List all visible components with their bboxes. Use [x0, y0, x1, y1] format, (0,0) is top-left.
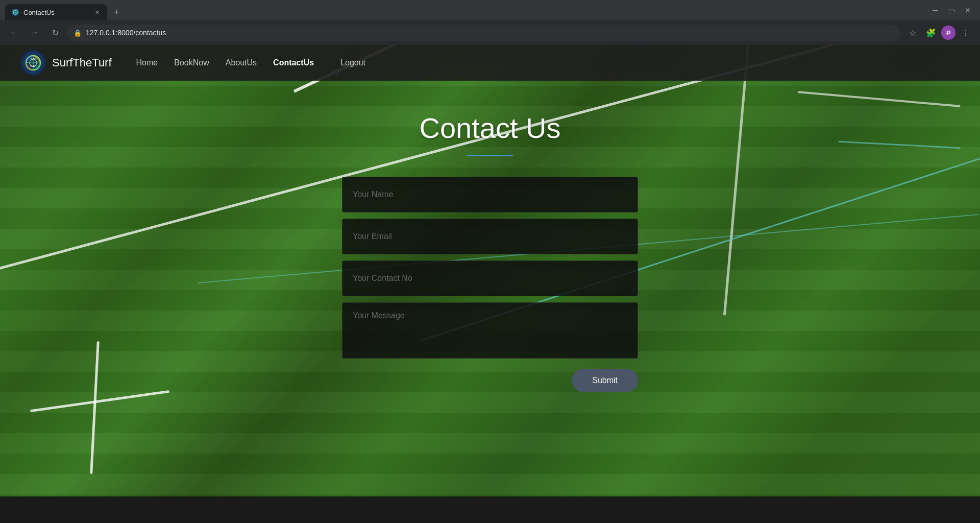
- navbar-nav: Home BookNow AboutUs ContactUs Logout: [130, 54, 372, 72]
- name-input[interactable]: [342, 177, 638, 212]
- main-section: Contact Us Submit: [0, 81, 980, 433]
- page-title: Contact Us: [420, 111, 561, 145]
- page-wrapper: SURF TURF SurfTheTurf Home BookNow About…: [0, 45, 980, 496]
- logo-svg: SURF TURF: [22, 52, 44, 74]
- new-tab-button[interactable]: +: [109, 5, 124, 19]
- browser-toolbar: ← → ↻ 🔒 127.0.0.1:8000/contactus ☆ 🧩 P ⋮: [0, 20, 980, 45]
- page-content: SURF TURF SurfTheTurf Home BookNow About…: [0, 45, 980, 433]
- nav-logout[interactable]: Logout: [334, 54, 372, 72]
- submit-button[interactable]: Submit: [572, 369, 638, 392]
- nav-contactus[interactable]: ContactUs: [267, 54, 320, 72]
- url-text: 127.0.0.1:8000/contactus: [86, 29, 894, 37]
- address-bar[interactable]: 🔒 127.0.0.1:8000/contactus: [67, 25, 900, 41]
- nav-booknow[interactable]: BookNow: [168, 54, 215, 72]
- tab-label: ContactUs: [23, 9, 89, 16]
- extensions-button[interactable]: 🧩: [923, 25, 939, 41]
- minimize-button[interactable]: ─: [928, 3, 942, 17]
- tab-close-button[interactable]: ✕: [93, 8, 101, 16]
- tab-favicon: [11, 8, 19, 16]
- contact-input[interactable]: [342, 260, 638, 296]
- bookmark-button[interactable]: ☆: [904, 25, 921, 41]
- svg-text:SURF: SURF: [31, 57, 36, 60]
- title-underline: [467, 155, 513, 156]
- profile-button[interactable]: P: [941, 26, 955, 40]
- reload-button[interactable]: ↻: [47, 25, 63, 41]
- browser-titlebar: ContactUs ✕ + ─ ▭ ✕: [0, 0, 980, 20]
- brand-name-text: SurfTheTurf: [52, 56, 112, 69]
- brand-logo: SURF TURF: [20, 50, 46, 76]
- close-window-button[interactable]: ✕: [961, 3, 975, 17]
- back-button[interactable]: ←: [6, 25, 22, 41]
- maximize-button[interactable]: ▭: [944, 3, 959, 17]
- active-tab[interactable]: ContactUs ✕: [5, 4, 107, 20]
- toolbar-actions: ☆ 🧩 P ⋮: [904, 25, 974, 41]
- nav-home[interactable]: Home: [130, 54, 164, 72]
- email-input[interactable]: [342, 219, 638, 254]
- navbar: SURF TURF SurfTheTurf Home BookNow About…: [0, 45, 980, 81]
- forward-button[interactable]: →: [27, 25, 43, 41]
- nav-aboutus[interactable]: AboutUs: [219, 54, 263, 72]
- contact-form: Submit: [342, 177, 638, 392]
- menu-button[interactable]: ⋮: [958, 25, 974, 41]
- tab-strip: ContactUs ✕ +: [5, 0, 124, 20]
- window-controls: ─ ▭ ✕: [928, 3, 975, 17]
- svg-text:TURF: TURF: [31, 65, 36, 67]
- message-textarea[interactable]: [342, 302, 638, 359]
- lock-icon: 🔒: [74, 29, 82, 37]
- browser-chrome: ContactUs ✕ + ─ ▭ ✕ ← → ↻ 🔒 127.0.0.1:80…: [0, 0, 980, 45]
- navbar-brand[interactable]: SURF TURF SurfTheTurf: [20, 50, 112, 76]
